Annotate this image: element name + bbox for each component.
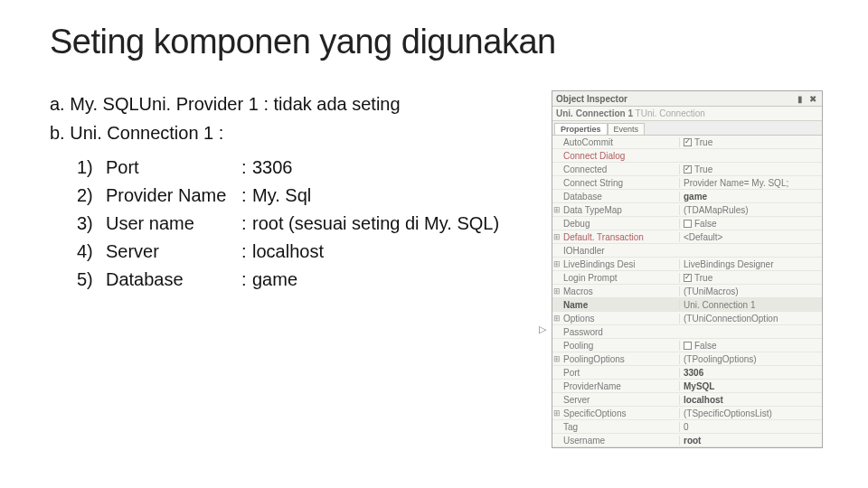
property-row[interactable]: ⊞Default. Transaction<Default> (552, 230, 822, 244)
tab-properties[interactable]: Properties (554, 123, 608, 135)
property-row[interactable]: Port3306 (552, 366, 822, 380)
inspector-tabs: Properties Events (552, 121, 822, 136)
property-name: Connected (561, 164, 679, 174)
expand-icon[interactable]: ⊞ (552, 232, 561, 241)
property-value[interactable]: ✓True (679, 164, 822, 174)
property-row[interactable]: ⊞Data TypeMap(TDAMapRules) (552, 203, 822, 217)
sub-val: localhost (252, 238, 324, 265)
expand-icon[interactable]: ⊞ (552, 205, 561, 214)
inspector-object-name: Uni. Connection 1 (556, 108, 633, 118)
property-value[interactable]: (TUniConnectionOption (679, 314, 822, 324)
expand-icon[interactable]: ⊞ (552, 408, 561, 418)
property-value[interactable]: (TUniMacros) (679, 286, 822, 296)
sub-val: 3306 (252, 154, 293, 181)
property-row[interactable]: Password (552, 325, 822, 339)
sub-sep: : (241, 210, 252, 237)
property-row[interactable]: NameUni. Connection 1 (552, 298, 822, 312)
sub-val: root (sesuai seting di My. SQL) (252, 210, 499, 237)
property-value[interactable]: Uni. Connection 1 (679, 300, 822, 310)
property-row[interactable]: Serverlocalhost (552, 393, 822, 407)
property-name: Macros (561, 286, 679, 296)
property-value[interactable]: ✓True (679, 137, 822, 147)
item-a-marker: a. (50, 94, 65, 114)
property-row[interactable]: ⊞Options(TUniConnectionOption (552, 312, 822, 325)
checkbox-icon[interactable]: ✓ (684, 165, 692, 174)
sub-val: My. Sql (252, 182, 311, 209)
expand-icon[interactable]: ⊞ (552, 354, 561, 363)
pointer-arrow-icon: ▷ (539, 324, 546, 335)
property-row[interactable]: ⊞Macros(TUniMacros) (552, 285, 822, 298)
property-name: Name (561, 300, 679, 310)
object-inspector-panel: Object Inspector ▮ ✖ Uni. Connection 1 T… (552, 90, 823, 448)
property-name: Options (561, 314, 679, 324)
property-value[interactable]: 3306 (679, 368, 822, 378)
property-value[interactable]: False (679, 219, 822, 229)
property-name: Password (561, 327, 679, 337)
property-row[interactable]: ⊞SpecificOptions(TSpecificOptionsList) (552, 407, 822, 420)
property-value[interactable]: 0 (679, 422, 822, 432)
inspector-title: Object Inspector (556, 94, 793, 104)
inspector-grid[interactable]: AutoCommit✓TrueConnect DialogConnected✓T… (552, 136, 822, 447)
property-row[interactable]: DebugFalse (552, 217, 822, 230)
property-name: AutoCommit (561, 137, 679, 147)
property-name: Connect Dialog (561, 151, 679, 161)
property-name: Port (561, 368, 679, 378)
sub-sep: : (241, 182, 252, 209)
property-value[interactable]: LiveBindings Designer (679, 259, 822, 269)
property-row[interactable]: IOHandler (552, 244, 822, 258)
sub-num: 3) (77, 210, 106, 237)
property-row[interactable]: AutoCommit✓True (552, 136, 822, 149)
property-row[interactable]: Connected✓True (552, 163, 822, 176)
property-value[interactable]: MySQL (679, 381, 822, 391)
expand-icon[interactable]: ⊞ (552, 314, 561, 323)
sub-sep: : (241, 238, 252, 265)
property-row[interactable]: ⊞LiveBindings DesiLiveBindings Designer (552, 258, 822, 271)
inspector-object-line[interactable]: Uni. Connection 1 TUni. Connection (552, 107, 822, 121)
property-name: Database (561, 192, 679, 202)
property-value[interactable]: ✓True (679, 273, 822, 283)
property-name: Server (561, 395, 679, 405)
property-name: Data TypeMap (561, 205, 679, 215)
property-row[interactable]: Connect StringProvider Name= My. SQL; (552, 176, 822, 190)
property-value[interactable]: root (679, 436, 822, 446)
property-name: Login Prompt (561, 273, 679, 283)
tab-events[interactable]: Events (608, 123, 646, 135)
property-name: Debug (561, 219, 679, 229)
property-value[interactable]: game (679, 192, 822, 202)
checkbox-icon[interactable] (684, 220, 692, 228)
property-row[interactable]: Databasegame (552, 190, 822, 203)
close-icon[interactable]: ✖ (807, 93, 818, 104)
property-value[interactable]: Provider Name= My. SQL; (679, 178, 822, 188)
property-row[interactable]: ProviderNameMySQL (552, 380, 822, 393)
property-value[interactable]: <Default> (679, 232, 822, 242)
pin-icon[interactable]: ▮ (795, 93, 806, 104)
property-row[interactable]: Usernameroot (552, 434, 822, 447)
sub-label: Server (106, 238, 241, 265)
inspector-class-name: TUni. Connection (636, 108, 705, 118)
property-value[interactable]: (TPoolingOptions) (679, 354, 822, 364)
property-row[interactable]: PoolingFalse (552, 339, 822, 352)
property-name: SpecificOptions (561, 408, 679, 418)
property-row[interactable]: Connect Dialog (552, 149, 822, 163)
sub-sep: : (241, 266, 252, 293)
property-name: Username (561, 436, 679, 446)
property-value[interactable]: (TSpecificOptionsList) (679, 408, 822, 418)
checkbox-icon[interactable]: ✓ (684, 138, 692, 146)
checkbox-icon[interactable]: ✓ (684, 274, 692, 282)
property-value[interactable]: False (679, 341, 822, 351)
property-row[interactable]: ⊞PoolingOptions(TPoolingOptions) (552, 352, 822, 366)
checkbox-icon[interactable] (684, 342, 692, 350)
expand-icon[interactable]: ⊞ (552, 286, 561, 296)
property-row[interactable]: Tag0 (552, 420, 822, 434)
property-name: LiveBindings Desi (561, 259, 679, 269)
expand-icon[interactable]: ⊞ (552, 259, 561, 268)
sub-sep: : (241, 154, 252, 181)
inspector-header: Object Inspector ▮ ✖ (552, 91, 822, 107)
property-name: Pooling (561, 341, 679, 351)
sub-num: 5) (77, 266, 106, 293)
property-value[interactable]: (TDAMapRules) (679, 205, 822, 215)
sub-val: game (252, 266, 297, 293)
property-row[interactable]: Login Prompt✓True (552, 271, 822, 285)
property-name: IOHandler (561, 246, 679, 256)
property-value[interactable]: localhost (679, 395, 822, 405)
